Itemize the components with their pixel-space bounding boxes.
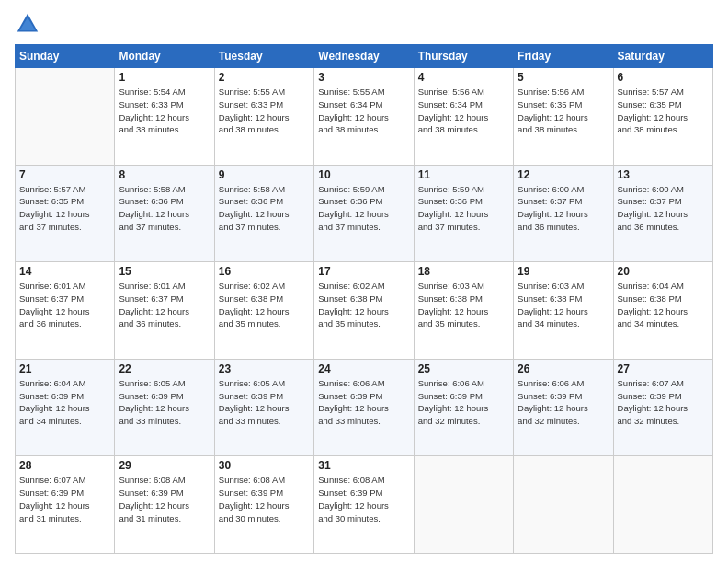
day-info: Sunrise: 6:02 AM Sunset: 6:38 PM Dayligh… xyxy=(219,280,310,330)
day-number: 13 xyxy=(618,168,709,181)
week-row-5: 28Sunrise: 6:07 AM Sunset: 6:39 PM Dayli… xyxy=(16,456,713,554)
calendar-cell xyxy=(613,456,712,554)
calendar-cell: 10Sunrise: 5:59 AM Sunset: 6:36 PM Dayli… xyxy=(314,165,414,262)
day-number: 14 xyxy=(19,265,110,278)
day-number: 11 xyxy=(418,168,509,181)
day-info: Sunrise: 6:06 AM Sunset: 6:39 PM Dayligh… xyxy=(318,377,409,428)
header-row: SundayMondayTuesdayWednesdayThursdayFrid… xyxy=(16,45,713,68)
day-info: Sunrise: 5:54 AM Sunset: 6:33 PM Dayligh… xyxy=(119,86,210,136)
calendar-cell: 3Sunrise: 5:55 AM Sunset: 6:34 PM Daylig… xyxy=(314,68,414,166)
day-info: Sunrise: 5:58 AM Sunset: 6:36 PM Dayligh… xyxy=(119,183,210,234)
day-number: 28 xyxy=(19,459,110,472)
day-info: Sunrise: 5:57 AM Sunset: 6:35 PM Dayligh… xyxy=(618,86,709,136)
calendar-cell: 27Sunrise: 6:07 AM Sunset: 6:39 PM Dayli… xyxy=(613,359,712,456)
calendar-cell: 13Sunrise: 6:00 AM Sunset: 6:37 PM Dayli… xyxy=(613,165,712,262)
logo xyxy=(15,11,44,37)
calendar-cell: 29Sunrise: 6:08 AM Sunset: 6:39 PM Dayli… xyxy=(115,456,214,554)
day-info: Sunrise: 6:06 AM Sunset: 6:39 PM Dayligh… xyxy=(418,377,509,428)
day-number: 21 xyxy=(19,362,110,375)
day-info: Sunrise: 5:59 AM Sunset: 6:36 PM Dayligh… xyxy=(418,183,509,234)
calendar-table: SundayMondayTuesdayWednesdayThursdayFrid… xyxy=(15,44,713,554)
logo-icon xyxy=(15,11,40,37)
day-info: Sunrise: 6:04 AM Sunset: 6:39 PM Dayligh… xyxy=(19,377,110,428)
day-number: 1 xyxy=(119,71,210,84)
day-number: 8 xyxy=(119,168,210,181)
calendar-cell: 9Sunrise: 5:58 AM Sunset: 6:36 PM Daylig… xyxy=(214,165,313,262)
week-row-2: 7Sunrise: 5:57 AM Sunset: 6:35 PM Daylig… xyxy=(16,165,713,262)
day-info: Sunrise: 5:57 AM Sunset: 6:35 PM Dayligh… xyxy=(19,183,110,234)
page: SundayMondayTuesdayWednesdayThursdayFrid… xyxy=(0,0,728,563)
calendar-cell: 21Sunrise: 6:04 AM Sunset: 6:39 PM Dayli… xyxy=(16,359,115,456)
calendar-cell: 11Sunrise: 5:59 AM Sunset: 6:36 PM Dayli… xyxy=(414,165,513,262)
calendar-cell: 2Sunrise: 5:55 AM Sunset: 6:33 PM Daylig… xyxy=(214,68,313,166)
day-info: Sunrise: 6:01 AM Sunset: 6:37 PM Dayligh… xyxy=(119,280,210,330)
calendar-cell: 26Sunrise: 6:06 AM Sunset: 6:39 PM Dayli… xyxy=(514,359,613,456)
calendar-cell: 28Sunrise: 6:07 AM Sunset: 6:39 PM Dayli… xyxy=(16,456,115,554)
day-info: Sunrise: 6:07 AM Sunset: 6:39 PM Dayligh… xyxy=(19,474,110,524)
calendar-cell: 16Sunrise: 6:02 AM Sunset: 6:38 PM Dayli… xyxy=(214,262,313,360)
calendar-cell: 25Sunrise: 6:06 AM Sunset: 6:39 PM Dayli… xyxy=(414,359,513,456)
col-header-monday: Monday xyxy=(115,45,214,68)
col-header-saturday: Saturday xyxy=(613,45,712,68)
calendar-cell xyxy=(16,68,115,166)
calendar-cell: 17Sunrise: 6:02 AM Sunset: 6:38 PM Dayli… xyxy=(314,262,414,360)
day-number: 5 xyxy=(518,71,609,84)
day-info: Sunrise: 6:08 AM Sunset: 6:39 PM Dayligh… xyxy=(119,474,210,524)
day-info: Sunrise: 6:03 AM Sunset: 6:38 PM Dayligh… xyxy=(418,280,509,330)
day-info: Sunrise: 6:06 AM Sunset: 6:39 PM Dayligh… xyxy=(518,377,609,428)
col-header-wednesday: Wednesday xyxy=(314,45,414,68)
day-info: Sunrise: 6:04 AM Sunset: 6:38 PM Dayligh… xyxy=(618,280,709,330)
day-info: Sunrise: 5:58 AM Sunset: 6:36 PM Dayligh… xyxy=(219,183,310,234)
calendar-cell: 19Sunrise: 6:03 AM Sunset: 6:38 PM Dayli… xyxy=(514,262,613,360)
calendar-cell: 15Sunrise: 6:01 AM Sunset: 6:37 PM Dayli… xyxy=(115,262,214,360)
calendar-cell: 14Sunrise: 6:01 AM Sunset: 6:37 PM Dayli… xyxy=(16,262,115,360)
calendar-cell: 20Sunrise: 6:04 AM Sunset: 6:38 PM Dayli… xyxy=(613,262,712,360)
day-info: Sunrise: 6:05 AM Sunset: 6:39 PM Dayligh… xyxy=(219,377,310,428)
day-number: 22 xyxy=(119,362,210,375)
col-header-thursday: Thursday xyxy=(414,45,513,68)
day-number: 30 xyxy=(219,459,310,472)
day-number: 24 xyxy=(318,362,409,375)
calendar-cell: 23Sunrise: 6:05 AM Sunset: 6:39 PM Dayli… xyxy=(214,359,313,456)
day-info: Sunrise: 6:08 AM Sunset: 6:39 PM Dayligh… xyxy=(219,474,310,524)
day-number: 17 xyxy=(318,265,409,278)
day-number: 6 xyxy=(618,71,709,84)
day-info: Sunrise: 6:00 AM Sunset: 6:37 PM Dayligh… xyxy=(618,183,709,234)
calendar-cell: 6Sunrise: 5:57 AM Sunset: 6:35 PM Daylig… xyxy=(613,68,712,166)
day-info: Sunrise: 6:07 AM Sunset: 6:39 PM Dayligh… xyxy=(618,377,709,428)
calendar-cell: 22Sunrise: 6:05 AM Sunset: 6:39 PM Dayli… xyxy=(115,359,214,456)
day-info: Sunrise: 5:59 AM Sunset: 6:36 PM Dayligh… xyxy=(318,183,409,234)
day-info: Sunrise: 5:56 AM Sunset: 6:35 PM Dayligh… xyxy=(518,86,609,136)
day-number: 12 xyxy=(518,168,609,181)
calendar-cell: 31Sunrise: 6:08 AM Sunset: 6:39 PM Dayli… xyxy=(314,456,414,554)
day-number: 23 xyxy=(219,362,310,375)
day-number: 19 xyxy=(518,265,609,278)
day-number: 15 xyxy=(119,265,210,278)
day-number: 20 xyxy=(618,265,709,278)
day-info: Sunrise: 6:02 AM Sunset: 6:38 PM Dayligh… xyxy=(318,280,409,330)
calendar-cell: 5Sunrise: 5:56 AM Sunset: 6:35 PM Daylig… xyxy=(514,68,613,166)
calendar-cell: 1Sunrise: 5:54 AM Sunset: 6:33 PM Daylig… xyxy=(115,68,214,166)
header xyxy=(15,11,713,37)
day-info: Sunrise: 6:08 AM Sunset: 6:39 PM Dayligh… xyxy=(318,474,409,524)
day-number: 25 xyxy=(418,362,509,375)
calendar-cell: 8Sunrise: 5:58 AM Sunset: 6:36 PM Daylig… xyxy=(115,165,214,262)
day-number: 16 xyxy=(219,265,310,278)
day-info: Sunrise: 5:55 AM Sunset: 6:33 PM Dayligh… xyxy=(219,86,310,136)
day-number: 18 xyxy=(418,265,509,278)
calendar-cell: 12Sunrise: 6:00 AM Sunset: 6:37 PM Dayli… xyxy=(514,165,613,262)
col-header-friday: Friday xyxy=(514,45,613,68)
day-number: 26 xyxy=(518,362,609,375)
calendar-cell xyxy=(414,456,513,554)
calendar-cell: 30Sunrise: 6:08 AM Sunset: 6:39 PM Dayli… xyxy=(214,456,313,554)
calendar-cell: 4Sunrise: 5:56 AM Sunset: 6:34 PM Daylig… xyxy=(414,68,513,166)
calendar-cell xyxy=(514,456,613,554)
calendar-cell: 24Sunrise: 6:06 AM Sunset: 6:39 PM Dayli… xyxy=(314,359,414,456)
day-number: 27 xyxy=(618,362,709,375)
day-number: 9 xyxy=(219,168,310,181)
day-info: Sunrise: 6:05 AM Sunset: 6:39 PM Dayligh… xyxy=(119,377,210,428)
day-info: Sunrise: 5:55 AM Sunset: 6:34 PM Dayligh… xyxy=(318,86,409,136)
day-number: 7 xyxy=(19,168,110,181)
day-info: Sunrise: 6:00 AM Sunset: 6:37 PM Dayligh… xyxy=(518,183,609,234)
day-number: 3 xyxy=(318,71,409,84)
